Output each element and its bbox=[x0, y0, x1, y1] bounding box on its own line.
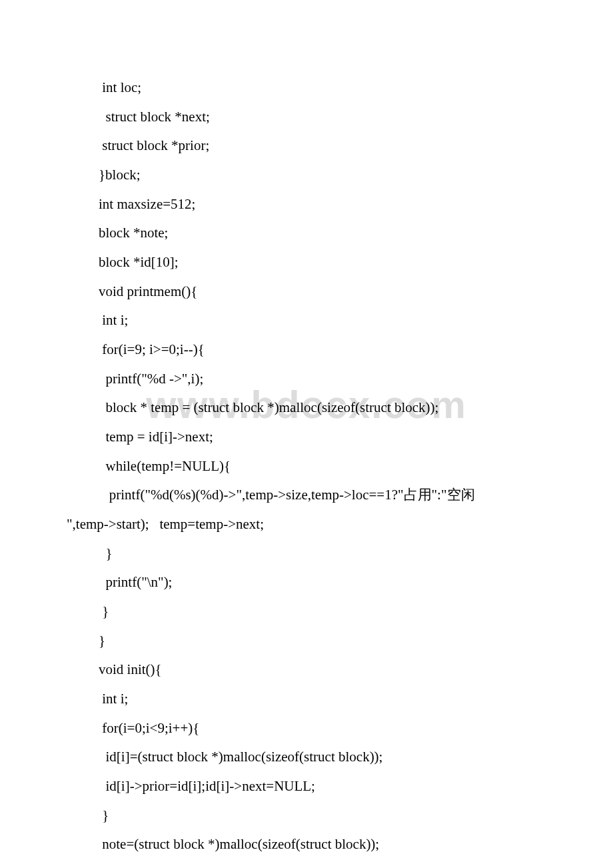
code-line: printf("%d ->",i); bbox=[67, 365, 546, 394]
code-line: int maxsize=512; bbox=[67, 190, 546, 219]
code-line: int i; bbox=[67, 685, 546, 714]
code-line: struct block *next; bbox=[67, 103, 546, 132]
code-line: } bbox=[67, 597, 546, 627]
code-line: } bbox=[67, 627, 546, 656]
code-line: } bbox=[67, 539, 546, 569]
code-line: for(i=0;i<9;i++){ bbox=[67, 714, 546, 743]
code-line: void init(){ bbox=[67, 655, 546, 685]
code-line: int loc; bbox=[67, 73, 546, 103]
code-line: note=(struct block *)malloc(sizeof(struc… bbox=[67, 830, 546, 859]
code-line: temp = id[i]->next; bbox=[67, 423, 546, 452]
code-line: block *id[10]; bbox=[67, 248, 546, 277]
code-line: printf("%d(%s)(%d)->",temp->size,temp->l… bbox=[67, 481, 546, 510]
code-block: int loc; struct block *next; struct bloc… bbox=[67, 73, 546, 859]
code-line: id[i]=(struct block *)malloc(sizeof(stru… bbox=[67, 743, 546, 772]
code-line: while(temp!=NULL){ bbox=[67, 452, 546, 481]
code-line: printf("\n"); bbox=[67, 568, 546, 597]
code-line: block *note; bbox=[67, 219, 546, 248]
code-line: for(i=9; i>=0;i--){ bbox=[67, 335, 546, 365]
code-line: } bbox=[67, 801, 546, 831]
code-line: block * temp = (struct block *)malloc(si… bbox=[67, 393, 546, 423]
code-line: void printmem(){ bbox=[67, 277, 546, 307]
document-page: int loc; struct block *next; struct bloc… bbox=[0, 0, 613, 868]
code-line: int i; bbox=[67, 306, 546, 335]
code-line: id[i]->prior=id[i];id[i]->next=NULL; bbox=[67, 772, 546, 801]
code-line: ",temp->start); temp=temp->next; bbox=[67, 510, 546, 539]
code-line: struct block *prior; bbox=[67, 131, 546, 161]
code-line: }block; bbox=[67, 161, 546, 190]
